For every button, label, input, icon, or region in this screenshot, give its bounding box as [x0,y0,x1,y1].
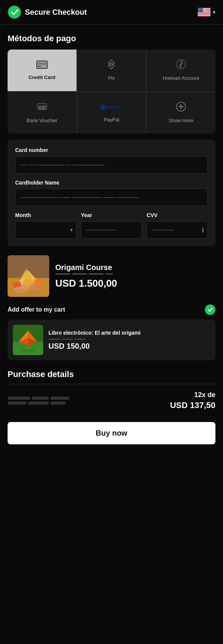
add-offer-row: Add offer to my cart [8,304,215,315]
credit-card-icon [36,60,48,71]
year-label: Year [81,212,142,218]
purchase-placeholder-lines [8,397,69,405]
payment-method-pix[interactable]: Pix [77,50,146,91]
card-form: Card number Cardholder Name Month ▾ Year [8,140,215,246]
month-group: Month ▾ [15,212,76,239]
svg-rect-5 [198,12,211,13]
card-number-input[interactable] [15,156,208,174]
card-details-row: Month ▾ Year CVV ℹ [15,212,208,239]
purchase-details-title: Purchase details [8,369,215,379]
show-more-icon [176,101,186,115]
header-title: Secure Checkout [25,8,87,17]
hotmart-label: Hotmart Account [163,75,199,82]
svg-rect-7 [198,15,211,16]
offer-info: Libro electrónico: El arte del origami U… [48,329,210,351]
product-card: Origami Course USD 1.500,00 [8,255,215,297]
cvv-info-icon[interactable]: ℹ [202,227,204,234]
product-name-underline [55,273,215,275]
payment-method-bank-voucher[interactable]: Bank Voucher [8,92,76,133]
offer-card: Libro electrónico: El arte del origami U… [8,320,215,360]
bank-voucher-icon [37,101,47,115]
payment-method-credit-card[interactable]: Credit Card [8,50,76,91]
svg-point-24 [100,105,106,110]
year-group: Year [81,212,142,239]
paypal-label: PayPal [104,117,119,123]
language-selector[interactable]: ★ ★ ★ ★ ★ ★ ★ ★ ★ ★ ★ ★ ★ ★ ★ ★ ★ ★ ★ ★ … [198,8,215,17]
month-select[interactable] [15,221,76,239]
year-input[interactable] [81,221,142,239]
product-image-svg [8,255,49,297]
offer-name: Libro electrónico: El arte del origami [48,329,210,337]
checkmark-icon [207,307,213,312]
show-more-label: Show more [168,118,193,124]
cvv-group: CVV ℹ [147,212,208,239]
payment-method-paypal[interactable]: PayPal PayPal [77,92,146,133]
product-price: USD 1.500,00 [55,278,215,289]
add-offer-check[interactable] [205,304,215,315]
pix-label: Pix [108,75,115,82]
offer-divider [48,339,210,340]
svg-text:PayPal: PayPal [106,105,120,110]
product-info: Origami Course USD 1.500,00 [55,263,215,289]
product-image [8,255,49,297]
offer-image-svg [13,325,43,355]
svg-rect-15 [38,66,41,67]
bank-voucher-label: Bank Voucher [27,118,57,124]
payment-methods-grid: Credit Card Pix Hotmart Account [8,50,215,133]
offer-image [13,325,43,355]
header: Secure Checkout ★ ★ ★ ★ ★ ★ ★ ★ ★ ★ ★ ★ … [0,0,223,24]
month-label: Month [15,212,76,218]
cvv-label: CVV [147,212,208,218]
cardholder-input[interactable] [15,189,208,206]
svg-point-46 [21,349,35,352]
cardholder-label: Cardholder Name [15,180,208,186]
svg-text:★ ★ ★ ★ ★: ★ ★ ★ ★ ★ [199,11,206,12]
hotmart-icon [176,59,186,72]
paypal-icon: PayPal [100,102,123,114]
buy-now-button[interactable]: Buy now [8,422,215,444]
purchase-details-divider [8,384,215,384]
cvv-input[interactable] [147,221,208,239]
purchase-amount: 12x de USD 137,50 [170,390,215,411]
card-number-label: Card number [15,147,208,153]
chevron-down-icon: ▾ [213,9,215,15]
secure-checkout-logo [8,5,21,19]
svg-rect-14 [37,63,47,65]
header-left: Secure Checkout [8,5,87,19]
purchase-row: 12x de USD 137,50 [8,390,215,411]
purchase-details: Purchase details 12x de USD 137,50 [8,369,215,411]
add-offer-label: Add offer to my cart [8,306,65,313]
offer-price: USD 150,00 [48,342,210,351]
payment-method-show-more[interactable]: Show more [147,92,215,133]
main-content: Métodos de pago Credit Card Pix [0,25,223,453]
svg-rect-6 [198,14,211,15]
cvv-input-wrapper: ℹ [147,221,208,239]
svg-point-0 [8,6,21,19]
pix-icon [106,59,117,72]
card-number-group: Card number [15,147,208,174]
cardholder-group: Cardholder Name [15,180,208,206]
payment-method-hotmart[interactable]: Hotmart Account [147,50,215,91]
product-name: Origami Course [55,263,215,272]
month-select-wrapper: ▾ [15,221,76,239]
us-flag-icon: ★ ★ ★ ★ ★ ★ ★ ★ ★ ★ ★ ★ ★ ★ ★ ★ ★ ★ ★ ★ … [198,8,211,17]
credit-card-label: Credit Card [28,74,55,81]
payment-section-title: Métodos de pago [8,34,215,43]
